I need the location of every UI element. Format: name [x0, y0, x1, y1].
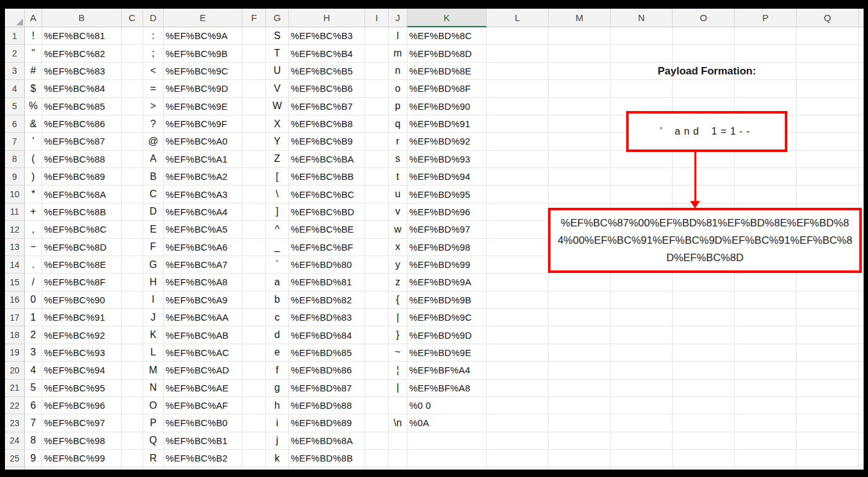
cell-F19[interactable] [242, 344, 266, 362]
cell-M6[interactable] [549, 115, 611, 133]
cell-D10[interactable]: C [143, 185, 164, 203]
cell-Q20[interactable] [797, 362, 859, 379]
cell-Q21[interactable] [797, 380, 859, 397]
cell-K8[interactable]: %EF%BD%93 [407, 151, 487, 168]
row-header-1[interactable]: 1 [5, 27, 25, 45]
cell-E14[interactable]: %EF%BC%A7 [164, 256, 242, 274]
cell-H9[interactable]: %EF%BC%BB [289, 168, 365, 185]
cell-J25[interactable] [389, 450, 407, 467]
cell-I26[interactable] [365, 467, 389, 470]
cell-D19[interactable]: L [143, 344, 164, 362]
cell-L6[interactable] [487, 115, 549, 133]
cell-L3[interactable] [487, 63, 549, 80]
cell-K24[interactable] [407, 432, 487, 450]
cell-K3[interactable]: %EF%BD%8E [407, 63, 487, 80]
cell-I18[interactable] [365, 326, 389, 344]
cell-F1[interactable] [242, 27, 266, 45]
column-header-F[interactable]: F [242, 9, 266, 27]
cell-J20[interactable]: ¦ [389, 362, 407, 379]
cell-K9[interactable]: %EF%BD%94 [407, 168, 487, 185]
cell-L20[interactable] [487, 362, 549, 379]
cell-G11[interactable]: ] [266, 203, 289, 221]
cell-G23[interactable]: i [266, 414, 289, 432]
cell-O9[interactable] [673, 168, 735, 185]
cell-O8[interactable] [673, 151, 735, 168]
cell-H3[interactable]: %EF%BC%B5 [289, 63, 365, 80]
cell-E5[interactable]: %EF%BC%9E [164, 98, 242, 115]
cell-F7[interactable] [242, 133, 266, 150]
cell-Q10[interactable] [797, 185, 859, 203]
cell-H16[interactable]: %EF%BD%82 [289, 292, 365, 309]
cell-N15[interactable] [611, 274, 673, 291]
cell-O7[interactable] [673, 133, 735, 150]
column-header-P[interactable]: P [735, 9, 797, 27]
cell-J15[interactable]: z [389, 274, 407, 291]
cell-J9[interactable]: t [389, 168, 407, 185]
cell-H20[interactable]: %EF%BD%86 [289, 362, 365, 379]
cell-M17[interactable] [549, 309, 611, 326]
cell-E2[interactable]: %EF%BC%9B [164, 45, 242, 62]
cell-L4[interactable] [487, 80, 549, 97]
cell-L18[interactable] [487, 326, 549, 344]
cell-A11[interactable]: + [25, 203, 42, 221]
cell-N13[interactable] [611, 239, 673, 256]
cell-K2[interactable]: %EF%BD%8D [407, 45, 487, 62]
cell-E21[interactable]: %EF%BC%AE [164, 380, 242, 397]
row-header-15[interactable]: 15 [5, 274, 25, 291]
cell-G13[interactable]: _ [266, 239, 289, 256]
cell-L12[interactable] [487, 221, 549, 238]
cell-N24[interactable] [611, 432, 673, 450]
cell-D14[interactable]: G [143, 256, 164, 274]
cell-D9[interactable]: B [143, 168, 164, 185]
row-header-22[interactable]: 22 [5, 397, 25, 414]
cell-L9[interactable] [487, 168, 549, 185]
cell-I24[interactable] [365, 432, 389, 450]
cell-C2[interactable] [122, 45, 143, 62]
cell-C8[interactable] [122, 151, 143, 168]
cell-Q1[interactable] [797, 27, 859, 45]
cell-K26[interactable] [407, 467, 487, 470]
cell-M3[interactable] [549, 63, 611, 80]
cell-I12[interactable] [365, 221, 389, 238]
cell-Q12[interactable] [797, 221, 859, 238]
cell-F26[interactable] [242, 467, 266, 470]
cell-L22[interactable] [487, 397, 549, 414]
cell-H6[interactable]: %EF%BC%B8 [289, 115, 365, 133]
cell-O15[interactable] [673, 274, 735, 291]
cell-P25[interactable] [735, 450, 797, 467]
cell-C24[interactable] [122, 432, 143, 450]
cell-M12[interactable] [549, 221, 611, 238]
row-header-17[interactable]: 17 [5, 309, 25, 326]
cell-N1[interactable] [611, 27, 673, 45]
cell-L16[interactable] [487, 292, 549, 309]
cell-G8[interactable]: Z [266, 151, 289, 168]
row-header-21[interactable]: 21 [5, 380, 25, 397]
cell-N5[interactable] [611, 98, 673, 115]
cell-G10[interactable]: \ [266, 185, 289, 203]
cell-H21[interactable]: %EF%BD%87 [289, 380, 365, 397]
column-header-K[interactable]: K [407, 9, 487, 27]
cell-J1[interactable]: l [389, 27, 407, 45]
cell-D7[interactable]: @ [143, 133, 164, 150]
row-header-18[interactable]: 18 [5, 326, 25, 344]
cell-E17[interactable]: %EF%BC%AA [164, 309, 242, 326]
cell-G7[interactable]: Y [266, 133, 289, 150]
cell-P26[interactable] [735, 467, 797, 470]
cell-H22[interactable]: %EF%BD%88 [289, 397, 365, 414]
cell-Q9[interactable] [797, 168, 859, 185]
cell-A9[interactable]: ) [25, 168, 42, 185]
cell-C17[interactable] [122, 309, 143, 326]
row-header-2[interactable]: 2 [5, 45, 25, 62]
cell-O26[interactable] [673, 467, 735, 470]
cell-H15[interactable]: %EF%BD%81 [289, 274, 365, 291]
cell-H1[interactable]: %EF%BC%B3 [289, 27, 365, 45]
cell-I3[interactable] [365, 63, 389, 80]
cell-C25[interactable] [122, 450, 143, 467]
cell-I14[interactable] [365, 256, 389, 274]
row-header-26[interactable]: 26 [5, 467, 25, 470]
cell-M5[interactable] [549, 98, 611, 115]
cell-L7[interactable] [487, 133, 549, 150]
cell-J7[interactable]: r [389, 133, 407, 150]
row-header-4[interactable]: 4 [5, 80, 25, 97]
cell-Q19[interactable] [797, 344, 859, 362]
